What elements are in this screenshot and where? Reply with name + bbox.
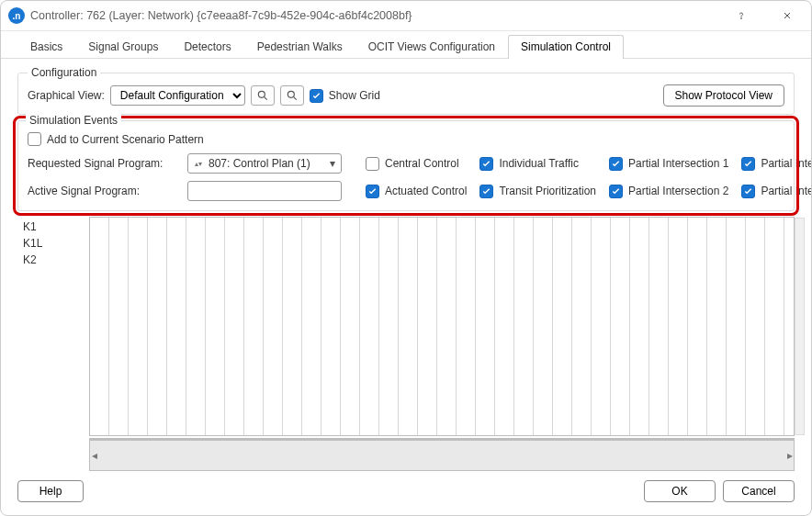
checkbox-icon bbox=[28, 132, 41, 146]
row-label-k1: K1 bbox=[23, 220, 84, 233]
show-protocol-view-button[interactable]: Show Protocol View bbox=[663, 84, 785, 107]
configuration-legend: Configuration bbox=[28, 66, 100, 79]
checkbox-icon bbox=[310, 89, 323, 103]
active-signal-program-field[interactable] bbox=[187, 181, 342, 201]
svg-point-1 bbox=[258, 91, 265, 97]
graphical-view-label: Graphical View: bbox=[28, 89, 105, 102]
tab-basics[interactable]: Basics bbox=[17, 35, 75, 59]
checkbox-icon bbox=[366, 185, 379, 198]
svg-point-0 bbox=[741, 18, 742, 19]
ok-button[interactable]: OK bbox=[644, 480, 716, 502]
partial-intersection-4-label: Partial Intersection 4 bbox=[761, 185, 811, 197]
checkbox-icon bbox=[366, 157, 379, 171]
partial-intersection-1-label: Partial Intersection 1 bbox=[628, 157, 728, 170]
requested-signal-program-select[interactable]: ▴▾ 807: Control Plan (1) ▾ bbox=[187, 153, 342, 174]
graphical-view-select[interactable]: Default Configuration bbox=[110, 85, 245, 106]
vertical-scrollbar[interactable] bbox=[795, 218, 805, 435]
show-grid-checkbox[interactable]: Show Grid bbox=[310, 89, 380, 103]
tab-signal-groups[interactable]: Signal Groups bbox=[75, 35, 171, 59]
tab-bar: Basics Signal Groups Detectors Pedestria… bbox=[1, 31, 811, 59]
checkbox-icon bbox=[741, 185, 755, 198]
zoom-in-button[interactable] bbox=[251, 85, 275, 106]
checkbox-icon bbox=[609, 185, 623, 198]
partial-intersection-2-checkbox[interactable]: Partial Intersection 2 bbox=[609, 185, 728, 198]
help-window-button[interactable] bbox=[721, 2, 761, 29]
requested-signal-program-label: Requested Signal Program: bbox=[28, 157, 175, 170]
checkbox-icon bbox=[741, 157, 755, 171]
help-button[interactable]: Help bbox=[17, 480, 84, 502]
active-signal-program-label: Active Signal Program: bbox=[28, 185, 175, 197]
partial-intersection-2-label: Partial Intersection 2 bbox=[628, 185, 728, 197]
scroll-right-icon[interactable]: ▸ bbox=[784, 447, 795, 464]
svg-point-2 bbox=[288, 91, 294, 97]
partial-intersection-3-label: Partial Intersection 3 bbox=[761, 157, 811, 170]
checkbox-icon bbox=[479, 185, 493, 198]
timeline-row-labels: K1 K1L K2 bbox=[17, 217, 89, 471]
dialog-footer: Help OK Cancel bbox=[1, 471, 811, 515]
individual-traffic-label: Individual Traffic bbox=[499, 157, 579, 170]
row-label-k1l: K1L bbox=[23, 237, 84, 250]
zoom-out-button[interactable] bbox=[280, 85, 304, 106]
cancel-button[interactable]: Cancel bbox=[723, 480, 795, 502]
partial-intersection-1-checkbox[interactable]: Partial Intersection 1 bbox=[609, 157, 728, 171]
transit-prioritization-label: Transit Prioritization bbox=[499, 185, 596, 197]
simulation-events-legend: Simulation Events bbox=[26, 114, 121, 127]
simulation-events-group: Simulation Events Add to Current Scenari… bbox=[17, 120, 795, 211]
tab-detectors[interactable]: Detectors bbox=[171, 35, 243, 59]
show-grid-label: Show Grid bbox=[329, 89, 380, 102]
row-label-k2: K2 bbox=[23, 253, 84, 266]
close-window-button[interactable] bbox=[767, 2, 807, 29]
configuration-group: Configuration Graphical View: Default Co… bbox=[17, 66, 795, 115]
tab-ocit-views-configuration[interactable]: OCIT Views Configuration bbox=[355, 35, 508, 59]
window-title: Controller: 762 (Layer: Network) {c7eeaa… bbox=[30, 9, 716, 22]
tab-simulation-control[interactable]: Simulation Control bbox=[508, 35, 624, 59]
partial-intersection-3-checkbox[interactable]: Partial Intersection 3 bbox=[741, 157, 811, 171]
individual-traffic-checkbox[interactable]: Individual Traffic bbox=[479, 157, 596, 171]
central-control-label: Central Control bbox=[385, 157, 459, 170]
stepper-icon: ▴▾ bbox=[194, 163, 203, 165]
checkbox-icon bbox=[609, 157, 623, 171]
actuated-control-checkbox[interactable]: Actuated Control bbox=[366, 185, 467, 198]
chevron-down-icon: ▾ bbox=[330, 157, 335, 170]
timeline-grid[interactable] bbox=[89, 217, 795, 436]
timeline-hscroll-track[interactable]: ◂ ▸ bbox=[89, 438, 795, 471]
partial-intersection-4-checkbox[interactable]: Partial Intersection 4 bbox=[741, 185, 811, 198]
actuated-control-label: Actuated Control bbox=[385, 185, 467, 197]
app-icon: .n bbox=[8, 7, 25, 24]
add-to-scenario-checkbox[interactable]: Add to Current Scenario Pattern bbox=[28, 132, 811, 146]
requested-signal-program-value: 807: Control Plan (1) bbox=[209, 157, 324, 170]
checkbox-icon bbox=[479, 157, 493, 171]
scroll-left-icon[interactable]: ◂ bbox=[89, 447, 99, 464]
tab-pedestrian-walks[interactable]: Pedestrian Walks bbox=[244, 35, 355, 59]
central-control-checkbox[interactable]: Central Control bbox=[366, 157, 467, 171]
titlebar: .n Controller: 762 (Layer: Network) {c7e… bbox=[1, 1, 811, 30]
add-to-scenario-label: Add to Current Scenario Pattern bbox=[47, 133, 204, 146]
transit-prioritization-checkbox[interactable]: Transit Prioritization bbox=[479, 185, 596, 198]
timeline-area: K1 K1L K2 ◂ ▸ bbox=[17, 217, 795, 471]
